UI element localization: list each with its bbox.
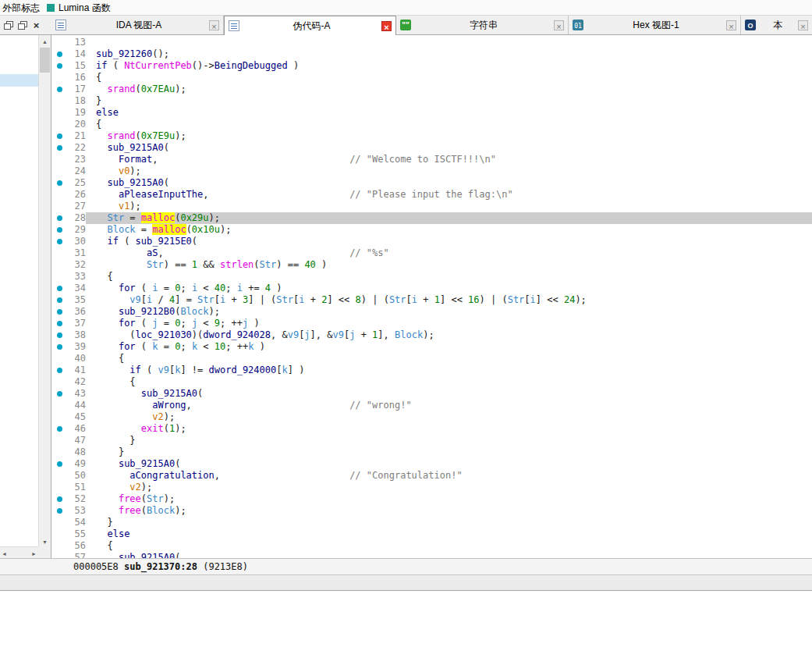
- code-line[interactable]: 21 srand(0x7E9u);: [51, 130, 812, 142]
- tab-close-icon[interactable]: [381, 21, 392, 31]
- code-line[interactable]: 29 Block = malloc(0x10u);: [51, 224, 812, 236]
- tab-hex-view-1[interactable]: Hex 视图-1: [569, 16, 741, 34]
- code-token: ) | (: [480, 294, 508, 305]
- code-token: (: [107, 60, 124, 71]
- code-line[interactable]: 36 sub_9212B0(Block);: [51, 306, 812, 318]
- code-token: [96, 294, 129, 305]
- lumina-color-chip-icon: [47, 4, 55, 12]
- code-token: );: [209, 306, 220, 317]
- code-line[interactable]: 52 free(Str);: [51, 493, 812, 505]
- tab-ida-view-a[interactable]: IDA 视图-A: [51, 16, 224, 34]
- code-token: BeingDebugged: [215, 60, 288, 71]
- code-line[interactable]: 34 for ( i = 0; i < 40; i += 4 ): [51, 283, 812, 294]
- code-line[interactable]: 53 free(Block);: [51, 505, 812, 517]
- code-line[interactable]: 22 sub_9215A0(: [51, 142, 812, 154]
- code-gutter: [51, 201, 67, 212]
- code-line[interactable]: 32 Str) == 1 && strlen(Str) == 40 ): [51, 259, 812, 271]
- code-token: ) ==: [276, 259, 304, 270]
- tab-close-icon[interactable]: [554, 20, 564, 30]
- code-line[interactable]: 55 else: [51, 528, 812, 540]
- code-line[interactable]: 43 sub_9215A0(: [51, 388, 812, 400]
- code-line[interactable]: 14sub_921260();: [51, 48, 812, 60]
- code-line[interactable]: 45 v2);: [51, 411, 812, 423]
- code-token: ,: [215, 470, 220, 481]
- code-line[interactable]: 26 aPleaseInputThe, // "Please input the…: [51, 189, 812, 201]
- code-line[interactable]: 56 {: [51, 540, 812, 552]
- code-token: [96, 283, 119, 293]
- sidebar-selected-row[interactable]: [0, 74, 38, 87]
- scroll-down-icon[interactable]: [39, 535, 51, 546]
- code-line[interactable]: 47 }: [51, 435, 812, 446]
- pseudocode-view[interactable]: 1314sub_921260();15if ( NtCurrentPeb()->…: [51, 35, 812, 558]
- code-token: ] <<: [440, 294, 468, 305]
- scrollbar-thumb[interactable]: [40, 48, 50, 73]
- code-line[interactable]: 54 }: [51, 517, 812, 528]
- code-line[interactable]: 28 Str = malloc(0x29u);: [51, 212, 812, 224]
- code-token: =: [158, 283, 176, 293]
- tab-local-types[interactable]: 本: [741, 16, 812, 34]
- code-line[interactable]: 23 Format, // "Welcome to ISCTF!!!\n": [51, 154, 812, 165]
- line-number: 24: [67, 165, 86, 177]
- code-line[interactable]: 51 v2);: [51, 482, 812, 493]
- code-line[interactable]: 57 sub_9215A0(: [51, 552, 812, 558]
- code-line[interactable]: 35 v9[i / 4] = Str[i + 3] | (Str[i + 2] …: [51, 294, 812, 306]
- code-text: if ( sub_9215E0(: [86, 236, 812, 247]
- code-line[interactable]: 46 exit(1);: [51, 423, 812, 435]
- code-line[interactable]: 30 if ( sub_9215E0(: [51, 236, 812, 247]
- line-number: 18: [67, 95, 86, 107]
- code-line[interactable]: 42 {: [51, 376, 812, 388]
- code-line[interactable]: 39 for ( k = 0; k < 10; ++k ): [51, 341, 812, 353]
- code-line[interactable]: 17 srand(0x7EAu);: [51, 84, 812, 95]
- code-gutter: [51, 130, 67, 142]
- code-line[interactable]: 38 (loc_921030)(dword_924028, &v9[j], &v…: [51, 329, 812, 341]
- code-line[interactable]: 27 v1);: [51, 201, 812, 212]
- code-line[interactable]: 13: [51, 37, 812, 48]
- code-line[interactable]: 49 sub_9215A0(: [51, 458, 812, 470]
- code-token: ): [316, 259, 327, 270]
- code-token: [96, 388, 141, 399]
- code-line[interactable]: 18}: [51, 95, 812, 107]
- tab-close-icon[interactable]: [726, 20, 736, 30]
- side-panel-vertical-scrollbar[interactable]: [38, 35, 51, 546]
- code-token: ] ): [288, 365, 305, 375]
- tab-close-icon[interactable]: [209, 20, 219, 30]
- code-line[interactable]: 33 {: [51, 271, 812, 283]
- line-number: 29: [67, 224, 86, 236]
- code-token: (: [254, 259, 259, 270]
- window-float-icon[interactable]: [3, 20, 13, 30]
- tab-close-icon[interactable]: [798, 20, 808, 30]
- scroll-left-icon[interactable]: [2, 547, 7, 558]
- output-window[interactable]: [0, 590, 812, 658]
- code-line[interactable]: 25 sub_9215A0(: [51, 177, 812, 189]
- code-line[interactable]: 24 v0);: [51, 165, 812, 177]
- scroll-right-icon[interactable]: [31, 547, 37, 558]
- code-line[interactable]: 15if ( NtCurrentPeb()->BeingDebugged ): [51, 60, 812, 72]
- window-restore-icon[interactable]: [17, 20, 27, 30]
- code-gutter: [51, 306, 67, 318]
- code-token: Str: [107, 212, 124, 223]
- code-line[interactable]: 37 for ( j = 0; j < 9; ++j ): [51, 318, 812, 329]
- code-token: <: [197, 283, 215, 293]
- code-line[interactable]: 41 if ( v9[k] != dword_924000[k] ): [51, 365, 812, 376]
- side-panel-horizontal-scrollbar[interactable]: [0, 546, 38, 558]
- code-text: v1);: [86, 201, 812, 212]
- code-line[interactable]: 20{: [51, 119, 812, 130]
- code-token: [96, 493, 119, 504]
- code-token: sub_9215E0: [136, 236, 192, 247]
- code-token: Str: [508, 294, 525, 305]
- code-token: ],: [378, 329, 395, 340]
- code-line[interactable]: 50 aCongratulation, // "Congratulation!": [51, 470, 812, 482]
- code-line[interactable]: 44 aWrong, // "wrong!": [51, 400, 812, 411]
- code-gutter: [51, 107, 67, 119]
- code-line[interactable]: 40 {: [51, 353, 812, 365]
- tab-strings[interactable]: 字符串: [396, 16, 569, 34]
- window-close-icon[interactable]: [31, 20, 41, 30]
- address-dot-icon: [57, 309, 62, 315]
- code-line[interactable]: 31 aS, // "%s": [51, 247, 812, 259]
- tab-pseudocode-a[interactable]: 伪代码-A: [224, 16, 396, 35]
- code-token: v9: [129, 294, 140, 305]
- code-line[interactable]: 16{: [51, 72, 812, 84]
- scroll-up-icon[interactable]: [39, 35, 51, 46]
- code-line[interactable]: 19else: [51, 107, 812, 119]
- code-line[interactable]: 48 }: [51, 446, 812, 458]
